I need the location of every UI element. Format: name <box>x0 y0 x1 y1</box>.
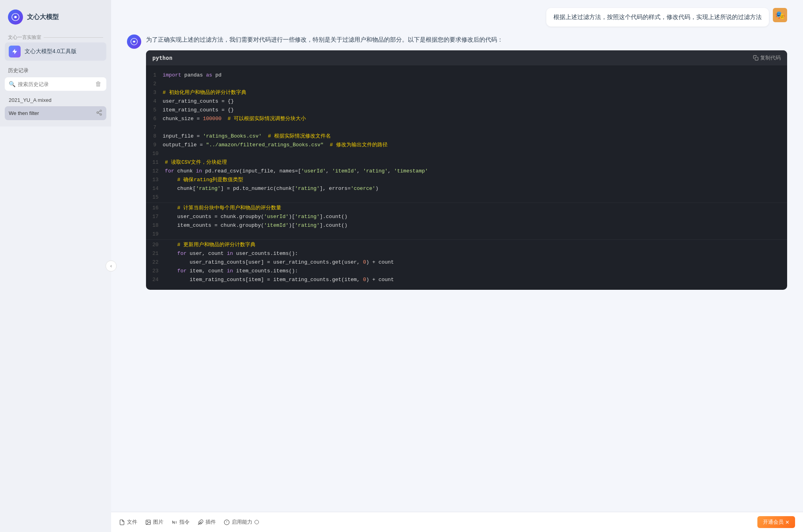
ai-message: 为了正确实现上述的过滤方法，我们需要对代码进行一些修改，特别是关于过滤用户和物品… <box>127 34 787 294</box>
open-member-button[interactable]: 开通会员 ✕ <box>757 516 795 528</box>
code-line: 4 user_rating_counts = {} <box>146 97 787 106</box>
ability-button[interactable]: 启用能力 <box>224 519 259 526</box>
bottom-toolbar: 文件 图片 指令 插件 <box>111 512 803 532</box>
code-line: 11 # 读取CSV文件，分块处理 <box>146 158 787 167</box>
history-label: 历史记录 <box>5 61 106 77</box>
file-button[interactable]: 文件 <box>119 519 137 526</box>
code-line: 16 # 计算当前分块中每个用户和物品的评分数量 <box>146 204 787 212</box>
sidebar-logo: 文心大模型 <box>5 6 106 31</box>
user-avatar: 🎭 <box>773 8 787 22</box>
code-line: 8 input_file = 'ratings_Books.csv' # 根据实… <box>146 132 787 141</box>
code-line: 9 output_file = "../amazon/filtered_rati… <box>146 141 787 149</box>
code-body: 1 import pandas as pd 2 3 # 初始化用户和物品的评分计… <box>146 65 787 290</box>
clear-search-button[interactable]: 🗑 <box>94 80 102 88</box>
history-item-active-text: We then filter <box>9 110 39 116</box>
logo-text: 文心大模型 <box>27 13 59 21</box>
svg-point-18 <box>255 520 259 524</box>
copy-code-button[interactable]: 复制代码 <box>753 54 781 61</box>
code-line: 22 user_rating_counts[user] = user_ratin… <box>146 258 787 267</box>
ai-content: 为了正确实现上述的过滤方法，我们需要对代码进行一些修改，特别是关于过滤用户和物品… <box>146 34 787 294</box>
code-line: 3 # 初始化用户和物品的评分计数字典 <box>146 88 787 97</box>
section-label: 文心一言实验室 <box>5 31 106 42</box>
model-name: 文心大模型4.0工具版 <box>25 48 77 55</box>
history-item[interactable]: 2021_YU_A mixed <box>5 94 106 106</box>
logo-icon <box>8 10 23 25</box>
code-line: 23 for item, count in item_counts.items(… <box>146 267 787 276</box>
svg-point-8 <box>133 41 135 42</box>
user-bubble: 根据上述过滤方法，按照这个代码的样式，修改代码，实现上述所说的过滤方法 <box>546 8 769 27</box>
code-line: 18 item_counts = chunk.groupby('itemId')… <box>146 221 787 230</box>
sidebar: 文心大模型 文心一言实验室 文心大模型4.0工具版 历史记录 🔍 🗑 2021_… <box>0 0 111 126</box>
plugin-button[interactable]: 插件 <box>198 519 216 526</box>
svg-point-4 <box>100 114 102 115</box>
image-button[interactable]: 图片 <box>145 519 163 526</box>
code-line: 5 item_rating_counts = {} <box>146 106 787 115</box>
code-line: 14 chunk['rating'] = pd.to_numeric(chunk… <box>146 184 787 193</box>
search-icon: 🔍 <box>9 81 15 87</box>
user-message: 根据上述过滤方法，按照这个代码的样式，修改代码，实现上述所说的过滤方法 🎭 <box>127 8 787 27</box>
code-line: 20 # 更新用户和物品的评分计数字典 <box>146 241 787 249</box>
sidebar-collapse-button[interactable]: ‹ <box>106 260 117 272</box>
close-icon: ✕ <box>785 519 790 525</box>
member-label: 开通会员 <box>763 519 784 526</box>
command-label: 指令 <box>179 519 190 526</box>
plugin-label: 插件 <box>206 519 216 526</box>
ability-label: 启用能力 <box>232 519 252 526</box>
chat-area: 根据上述过滤方法，按照这个代码的样式，修改代码，实现上述所说的过滤方法 🎭 为了… <box>111 0 803 512</box>
code-line: 10 <box>146 149 787 158</box>
svg-rect-9 <box>755 57 758 60</box>
code-line: 21 for user, count in user_counts.items(… <box>146 249 787 258</box>
toolbar-left: 文件 图片 指令 插件 <box>119 519 259 526</box>
history-item-active[interactable]: We then filter <box>5 106 106 120</box>
svg-line-6 <box>98 111 100 112</box>
code-line: 17 user_counts = chunk.groupby('userId')… <box>146 212 787 221</box>
user-message-text: 根据上述过滤方法，按照这个代码的样式，修改代码，实现上述所说的过滤方法 <box>553 13 762 20</box>
model-icon <box>9 46 21 57</box>
ai-avatar <box>127 34 141 49</box>
share-button[interactable] <box>96 109 102 117</box>
code-lang-label: python <box>152 55 173 61</box>
svg-point-11 <box>147 521 148 522</box>
image-label: 图片 <box>153 519 163 526</box>
copy-label: 复制代码 <box>760 54 781 61</box>
ai-intro-text: 为了正确实现上述的过滤方法，我们需要对代码进行一些修改，特别是关于过滤用户和物品… <box>146 34 787 45</box>
main-content: 根据上述过滤方法，按照这个代码的样式，修改代码，实现上述所说的过滤方法 🎭 为了… <box>111 0 803 532</box>
command-button[interactable]: 指令 <box>171 519 190 526</box>
code-line: 19 <box>146 230 787 239</box>
code-header: python 复制代码 <box>146 50 787 65</box>
code-line: 6 chunk_size = 100000 # 可以根据实际情况调整分块大小 <box>146 115 787 123</box>
code-line: 2 <box>146 80 787 88</box>
file-label: 文件 <box>127 519 137 526</box>
svg-point-1 <box>14 16 17 18</box>
code-block: python 复制代码 1 import pandas as pd <box>146 50 787 290</box>
svg-point-3 <box>97 112 98 113</box>
search-input[interactable] <box>18 81 92 87</box>
code-line: 1 import pandas as pd <box>146 71 787 80</box>
model-item[interactable]: 文心大模型4.0工具版 <box>5 42 106 61</box>
code-line: 7 <box>146 123 787 132</box>
code-line: 13 # 确保rating列是数值类型 <box>146 176 787 184</box>
search-bar: 🔍 🗑 <box>5 77 106 91</box>
code-line: 15 <box>146 193 787 202</box>
code-line: 12 for chunk in pd.read_csv(input_file, … <box>146 167 787 176</box>
svg-line-5 <box>98 113 100 114</box>
svg-point-2 <box>100 110 102 111</box>
code-line: 24 item_rating_counts[item] = item_ratin… <box>146 276 787 284</box>
